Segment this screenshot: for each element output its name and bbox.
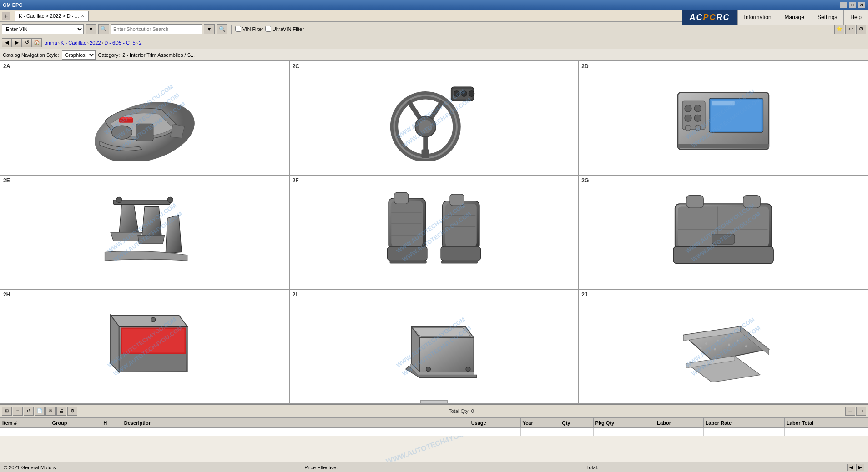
tab-close-button[interactable]: ✕ [81, 14, 85, 18]
col-item-num: Item # [0, 418, 50, 428]
close-button[interactable]: ✕ [858, 2, 865, 8]
tab-label: K - Cadillac > 2022 > D - ... [19, 13, 79, 19]
col-h: H [101, 418, 122, 428]
part-label-2e: 2E [3, 177, 10, 184]
copyright: © 2021 General Motors [4, 465, 56, 470]
logo-text-rc: RC [717, 13, 730, 22]
information-nav-button[interactable]: Information [737, 10, 778, 25]
vin-select[interactable]: Enter VIN [2, 24, 84, 34]
status-bar: © 2021 General Motors Price Effective: T… [0, 462, 868, 472]
help-nav-button[interactable]: Help [843, 10, 868, 25]
part-label-2a: 2A [3, 63, 10, 70]
history-button[interactable]: ↩ [845, 24, 855, 34]
scroll-right-button[interactable]: ▶ [856, 464, 864, 471]
manage-nav-button[interactable]: Manage [778, 10, 811, 25]
forward-button[interactable]: ▶ [12, 38, 22, 47]
minimize-button[interactable]: ─ [840, 2, 847, 8]
print-button[interactable]: 🖨 [56, 407, 66, 416]
settings-nav-button[interactable]: Settings [811, 10, 843, 25]
col-labor-total: Labor Total [785, 418, 868, 428]
breadcrumb-d-6d5-ct5[interactable]: D - 6D5 - CT5 [104, 40, 135, 45]
col-group: Group [50, 418, 101, 428]
parts-grid: 2A WWW.AUTOTECH4YOU.COMWWW.AUTOTECH4YOU.… [0, 61, 868, 404]
filter-bar: Catalog Navigation Style: Graphical Cate… [0, 49, 868, 61]
back-button[interactable]: ◀ [2, 38, 12, 47]
part-cell-2e[interactable]: 2E WWW.AUTOTECH4YOU.COMWWW.AUTOTECH4YOU.… [0, 176, 290, 290]
ultra-vin-filter-checkbox-label[interactable]: UltraVIN Filter [265, 26, 304, 32]
col-labor: Labor [655, 418, 703, 428]
vin-scan-button[interactable]: 🔍 [98, 24, 109, 34]
pdf-button[interactable]: 📄 [35, 407, 45, 416]
watermark-2a: WWW.AUTOTECH4YOU.COMWWW.AUTOTECH4YOU.COM… [0, 61, 289, 175]
logo: ACPCRC [682, 10, 737, 25]
watermark-2e: WWW.AUTOTECH4YOU.COMWWW.AUTOTECH4YOU.COM [0, 176, 289, 289]
logo-text-pc: PC [703, 13, 717, 22]
search-button[interactable]: 🔍 [217, 24, 227, 34]
header-right: ACPCRC Information Manage Settings Help [682, 10, 868, 25]
restore-button[interactable]: □ [849, 2, 856, 8]
watermark-2i: WWW.AUTOTECH4YOU.COMWWW.AUTOTECH4YOU.COM [290, 290, 579, 403]
total-qty-label: Total Qty: 0 [449, 408, 474, 414]
bottom-panel: ⊞ ≡ ↺ 📄 ✉ 🖨 ⚙ Total Qty: 0 ─ □ Item # Gr… [0, 404, 868, 462]
watermark-2d: WWW.AUTOTECH4YOU.COMWWW.AUTOTECH4YOU.COM [579, 61, 868, 175]
home-button[interactable]: 🏠 [32, 38, 42, 47]
bookmark-button[interactable]: ⭐ [834, 24, 844, 34]
breadcrumb-2022[interactable]: 2022 [90, 40, 101, 45]
part-cell-2g[interactable]: 2G WWW.AUTOTECH4YOU.COMWWW.AUTOTECH4YOU.… [579, 176, 868, 290]
bottom-toolbar: ⊞ ≡ ↺ 📄 ✉ 🖨 ⚙ Total Qty: 0 ─ □ [0, 405, 868, 417]
breadcrumb: gmna › K - Cadillac › 2022 › D - 6D5 - C… [45, 40, 142, 45]
grid-view-button[interactable]: ⊞ [2, 407, 12, 416]
email-button[interactable]: ✉ [45, 407, 56, 416]
search-dropdown-button[interactable]: ▼ [204, 24, 215, 34]
breadcrumb-2[interactable]: 2 [139, 40, 141, 45]
total-label: Total: [586, 465, 598, 470]
add-tab-button[interactable]: + [2, 12, 10, 20]
table-header: Item # Group H Description Usage Year Qt… [0, 418, 868, 428]
vin-filter-checkbox-label[interactable]: VIN Filter [235, 26, 263, 32]
col-usage: Usage [469, 418, 520, 428]
active-tab[interactable]: K - Cadillac > 2022 > D - ... ✕ [15, 11, 89, 21]
collapse-panel-button[interactable]: ─ [845, 407, 855, 416]
part-label-2i: 2I [293, 291, 297, 298]
refresh-button[interactable]: ↺ [22, 38, 32, 47]
part-label-2f: 2F [293, 177, 299, 184]
watermark-2j: WWW.AUTOTECH4YOU.COMWWW.AUTOTECH4YOU.COM [579, 290, 868, 403]
list-view-button[interactable]: ≡ [13, 407, 23, 416]
vin-filter-checkbox[interactable] [235, 26, 241, 32]
part-cell-2f[interactable]: 2F WWW.AUTOTECH4YOU.COMWWW.AUTOTECH4YOU.… [290, 176, 579, 290]
part-cell-2a[interactable]: 2A WWW.AUTOTECH4YOU.COMWWW.AUTOTECH4YOU.… [0, 61, 290, 176]
main-content: 2A WWW.AUTOTECH4YOU.COMWWW.AUTOTECH4YOU.… [0, 61, 868, 404]
style-label: Catalog Navigation Style: [3, 52, 59, 58]
settings-button[interactable]: ⚙ [856, 24, 866, 34]
scroll-left-button[interactable]: ◀ [847, 464, 855, 471]
shortcut-search-input[interactable] [111, 24, 202, 34]
table-body [0, 428, 868, 436]
category-value: 2 - Interior Trim Assemblies / S... [122, 52, 195, 58]
bottom-watermark-area: WWW.AUTOTECH4YOU.COM WWW.AUTOTECH4YOU.CO… [0, 436, 868, 462]
vin-dropdown-button[interactable]: ▼ [86, 24, 96, 34]
catalog-style-select[interactable]: Graphical [62, 50, 96, 60]
parts-data-table: Item # Group H Description Usage Year Qt… [0, 417, 868, 436]
toolbar-right-buttons: ⭐ ↩ ⚙ [834, 24, 866, 34]
watermark-2h: WWW.AUTOTECH4YOU.COMWWW.AUTOTECH4YOU.COM [0, 290, 289, 403]
part-cell-2i[interactable]: 2I WWW.AUTOTECH4YOU.COMWWW.AUTOTECH4YOU.… [290, 290, 579, 404]
part-cell-2h[interactable]: 2H WWW.AUTOTECH4YOU.COMWWW.AUTOTECH4YOU.… [0, 290, 290, 404]
part-label-2h: 2H [3, 291, 10, 298]
part-cell-2d[interactable]: 2D WWW.AUTOTECH4YOU.COMWWW.AUTOTECH4YOU.… [579, 61, 868, 176]
breadcrumb-k-cadillac[interactable]: K - Cadillac [61, 40, 86, 45]
refresh-list-button[interactable]: ↺ [24, 407, 34, 416]
breadcrumb-gmna[interactable]: gmna [45, 40, 57, 45]
part-cell-2c[interactable]: 2C WWW.AUTOTECH4YOU.COMWWW.AUTOTECH4YOU.… [290, 61, 579, 176]
col-description: Description [122, 418, 469, 428]
bottom-watermark: WWW.AUTOTECH4YOU.COM WWW.AUTOTECH4YOU.CO… [280, 436, 588, 462]
part-label-2g: 2G [581, 177, 589, 184]
expand-panel-button[interactable]: □ [856, 407, 866, 416]
total-display: Total: [586, 465, 598, 470]
toolbar-separator [231, 25, 232, 34]
col-qty: Qty [560, 418, 593, 428]
settings-list-button[interactable]: ⚙ [67, 407, 77, 416]
app-title: GM EPC [3, 2, 22, 8]
ultra-vin-filter-checkbox[interactable] [265, 26, 271, 32]
col-year: Year [520, 418, 560, 428]
part-cell-2j[interactable]: 2J WWW.AUTOTECH4YOU.COMWWW.AUTOTECH4YOU.… [579, 290, 868, 404]
